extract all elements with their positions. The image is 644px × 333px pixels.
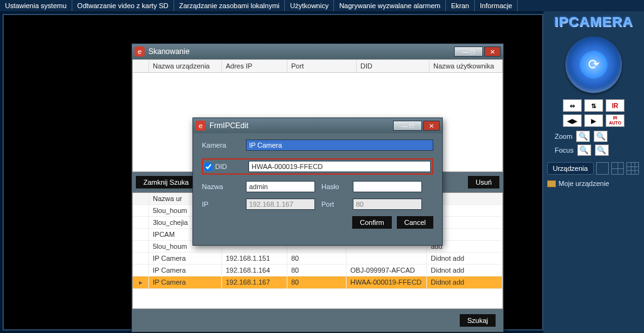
did-highlight: DID xyxy=(202,158,433,175)
did-label: DID xyxy=(204,163,242,171)
cell-ip: 192.168.1.167 xyxy=(222,276,287,288)
zoom-in-icon[interactable]: 🔍 xyxy=(576,131,590,142)
cell-ip: 192.168.1.164 xyxy=(222,265,287,276)
table-row[interactable]: IP Camera192.168.1.16480OBJ-099997-AFCAD… xyxy=(133,265,502,276)
did-input[interactable] xyxy=(248,161,431,172)
edit-dialog-title[interactable]: e FrmIPCEdit — □ ✕ xyxy=(193,118,442,133)
row-marker xyxy=(133,253,149,264)
menu-item[interactable]: Zarządzanie zasobami lokalnymi xyxy=(174,0,286,11)
minimize-maximize-buttons[interactable]: — □ xyxy=(393,121,422,131)
username-input[interactable] xyxy=(246,181,315,192)
nazwa-label: Nazwa xyxy=(202,183,240,190)
row-marker xyxy=(133,217,149,228)
edit-dialog-title-text: FrmIPCEdit xyxy=(209,121,248,130)
zoom-label: Zoom xyxy=(555,133,572,140)
kamera-input[interactable] xyxy=(246,139,433,151)
cell-status: Didnot add xyxy=(427,265,502,276)
close-icon[interactable]: ✕ xyxy=(484,46,501,57)
device-tree-root[interactable]: Moje urządzenie xyxy=(547,178,640,188)
delete-button[interactable]: Usuń xyxy=(468,176,499,188)
cell-port: 80 xyxy=(287,276,347,288)
cell-did: HWAA-000019-FFECD xyxy=(347,276,427,288)
cell-status: Didnot add xyxy=(427,253,502,264)
close-icon[interactable]: ✕ xyxy=(423,121,440,131)
swap-vertical-icon[interactable]: ⇅ xyxy=(584,99,603,112)
brand-logo: IPCAMERA xyxy=(543,14,644,30)
menubar: Ustawienia systemu Odtwarzanie video z k… xyxy=(0,0,644,11)
edit-dialog: e FrmIPCEdit — □ ✕ Kamera DID xyxy=(192,117,443,246)
row-marker-header xyxy=(133,60,149,72)
row-marker-header xyxy=(133,193,149,204)
ir-auto-button[interactable]: IR AUTO xyxy=(606,114,625,127)
play-icon[interactable]: ▶ xyxy=(584,114,603,127)
cell-port: 80 xyxy=(287,265,347,276)
ir-button[interactable]: IR xyxy=(606,99,625,112)
cell-ip: 192.168.1.151 xyxy=(222,253,287,264)
ip-label: IP xyxy=(202,200,240,208)
row-marker xyxy=(133,205,149,216)
cell-name: IP Camera xyxy=(149,276,222,288)
row-marker xyxy=(133,229,149,240)
confirm-button[interactable]: Confirm xyxy=(352,216,392,229)
cell-did xyxy=(347,253,427,264)
col-user[interactable]: Nazwa użytkownika xyxy=(430,60,502,72)
app-icon: e xyxy=(135,46,145,57)
row-marker xyxy=(133,241,149,252)
cancel-button[interactable]: Cancel xyxy=(397,216,433,229)
menu-item[interactable]: Użytkownicy xyxy=(285,0,334,11)
cell-status: Didnot add xyxy=(427,276,502,288)
menu-item[interactable]: Nagrywanie wyzwalane alarmem xyxy=(334,0,446,11)
menu-item[interactable]: Informacje xyxy=(475,0,518,11)
port-input[interactable] xyxy=(353,199,422,210)
minimize-maximize-buttons[interactable]: — □ xyxy=(454,46,483,57)
haslo-label: Hasło xyxy=(321,183,347,190)
app-icon: e xyxy=(196,121,206,131)
scan-dialog-title-text: Skanowanie xyxy=(148,47,189,56)
cell-name: IP Camera xyxy=(149,265,222,276)
layout-9-icon[interactable] xyxy=(626,162,639,175)
row-marker xyxy=(133,265,149,276)
close-search-button[interactable]: Zamknij Szuka xyxy=(136,176,196,188)
menu-item[interactable]: Ustawienia systemu xyxy=(0,0,72,11)
refresh-icon[interactable]: ⟳ xyxy=(580,51,608,79)
device-tree: Moje urządzenie xyxy=(543,175,644,333)
password-input[interactable] xyxy=(353,181,422,192)
cell-port: 80 xyxy=(287,253,347,264)
did-checkbox[interactable] xyxy=(204,163,213,171)
col-name[interactable]: Nazwa urządzenia xyxy=(149,60,222,72)
focus-out-icon[interactable]: 🔍 xyxy=(595,145,609,156)
port-label: Port xyxy=(321,200,347,208)
table-row[interactable]: ▸IP Camera192.168.1.16780HWAA-000019-FFE… xyxy=(133,276,502,289)
scan-dialog-title[interactable]: e Skanowanie — □ ✕ xyxy=(132,44,503,59)
folder-icon xyxy=(547,180,556,187)
ip-input[interactable] xyxy=(246,199,315,210)
devices-tab[interactable]: Urządzenia xyxy=(547,162,594,175)
layout-4-icon[interactable] xyxy=(611,162,624,175)
flip-horizontal-icon[interactable]: ◀▶ xyxy=(563,114,582,127)
table-row[interactable]: IP Camera192.168.1.15180Didnot add xyxy=(133,253,502,265)
cell-name: IP Camera xyxy=(149,253,222,264)
kamera-label: Kamera xyxy=(202,141,240,149)
zoom-out-icon[interactable]: 🔍 xyxy=(594,131,608,142)
menu-item[interactable]: Ekran xyxy=(446,0,475,11)
layout-1-icon[interactable] xyxy=(596,162,609,175)
focus-in-icon[interactable]: 🔍 xyxy=(577,145,591,156)
ptz-wheel[interactable]: ⟳ xyxy=(565,36,622,93)
swap-horizontal-icon[interactable]: ⇔ xyxy=(563,99,582,112)
col-ip[interactable]: Adres IP xyxy=(222,60,287,72)
menu-item[interactable]: Odtwarzanie video z karty SD xyxy=(72,0,174,11)
row-marker: ▸ xyxy=(133,276,149,288)
right-panel: IPCAMERA ⟳ ⇔ ⇅ IR ◀▶ ▶ IR AUTO Zoom 🔍 🔍 … xyxy=(543,11,644,333)
focus-label: Focus xyxy=(555,146,574,154)
search-button[interactable]: Szukaj xyxy=(460,314,496,327)
cell-did: OBJ-099997-AFCAD xyxy=(347,265,427,276)
video-viewport: e Skanowanie — □ ✕ Nazwa urządzenia Adre… xyxy=(3,14,543,330)
col-port[interactable]: Port xyxy=(287,60,357,72)
col-did[interactable]: DID xyxy=(357,60,430,72)
